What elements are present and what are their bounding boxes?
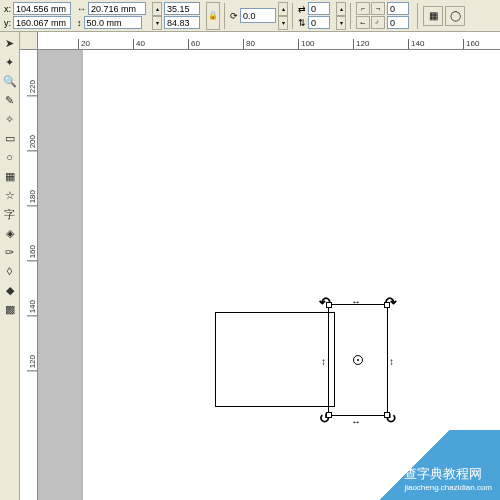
fill-tool-icon[interactable]: ◆ xyxy=(1,281,19,299)
skew-handle-left-icon[interactable]: ↕ xyxy=(321,356,326,367)
ruler-tick: 160 xyxy=(463,39,479,49)
eyedropper-tool-icon[interactable]: ✑ xyxy=(1,243,19,261)
convert-curves-button[interactable]: ◯ xyxy=(445,6,465,26)
ruler-tick: 60 xyxy=(188,39,200,49)
freehand-tool-icon[interactable]: ✎ xyxy=(1,91,19,109)
graph-tool-icon[interactable]: ▦ xyxy=(1,167,19,185)
mirror-h-input[interactable] xyxy=(308,2,330,15)
blend-tool-icon[interactable]: ◈ xyxy=(1,224,19,242)
watermark-url: jiaocheng.chazidian.com xyxy=(404,483,492,492)
corner-value-1[interactable] xyxy=(387,2,409,15)
skew-handle-right-icon[interactable]: ↕ xyxy=(389,356,394,367)
ruler-tick: 200 xyxy=(27,135,37,151)
polygon-tool-icon[interactable]: ☆ xyxy=(1,186,19,204)
ellipse-tool-icon[interactable]: ○ xyxy=(1,148,19,166)
x-position-input[interactable] xyxy=(13,2,71,15)
spin-up-icon[interactable]: ▴ xyxy=(336,2,346,16)
rotation-center-icon[interactable] xyxy=(353,355,363,365)
height-icon: ↕ xyxy=(77,18,82,28)
outline-tool-icon[interactable]: ◊ xyxy=(1,262,19,280)
ruler-tick: 220 xyxy=(27,80,37,96)
scale-x-input[interactable] xyxy=(164,2,200,15)
rectangle-shape-1[interactable] xyxy=(215,312,335,407)
mirror-v-input[interactable] xyxy=(308,16,330,29)
corner-radius-group[interactable]: ⌐ ¬ ⌙ ⌏ xyxy=(356,2,385,29)
text-tool-icon[interactable]: 字 xyxy=(1,205,19,223)
ruler-tick: 100 xyxy=(298,39,314,49)
mirror-spinner[interactable]: ▴ ▾ xyxy=(336,2,346,30)
canvas-area: 20 40 60 80 100 120 140 160 220 200 180 … xyxy=(20,32,500,500)
scale-y-input[interactable] xyxy=(164,16,200,29)
skew-handle-bottom-icon[interactable]: ↔ xyxy=(351,416,361,427)
mesh-tool-icon[interactable]: ▩ xyxy=(1,300,19,318)
corner-tl-icon[interactable]: ⌐ xyxy=(356,2,370,15)
ruler-tick: 140 xyxy=(408,39,424,49)
node-handle[interactable] xyxy=(326,302,332,308)
rotation-spinner[interactable]: ▴ ▾ xyxy=(278,2,288,30)
ruler-tick: 140 xyxy=(27,300,37,316)
spin-up-icon[interactable]: ▴ xyxy=(152,2,162,16)
ruler-tick: 180 xyxy=(27,190,37,206)
rotation-input[interactable] xyxy=(240,8,276,23)
spin-down-icon[interactable]: ▾ xyxy=(278,16,288,30)
y-position-input[interactable] xyxy=(13,16,71,29)
rotation-icon: ⟳ xyxy=(230,11,238,21)
mirror-h-icon: ⇄ xyxy=(298,4,306,14)
shape-tool-icon[interactable]: ✦ xyxy=(1,53,19,71)
width-icon: ↔ xyxy=(77,4,86,14)
wrap-text-button[interactable]: ▦ xyxy=(423,6,443,26)
watermark: 查字典教程网 jiaocheng.chazidian.com xyxy=(330,430,500,500)
rectangle-tool-icon[interactable]: ▭ xyxy=(1,129,19,147)
watermark-text: 查字典教程网 xyxy=(404,465,492,483)
ruler-vertical[interactable]: 220 200 180 160 140 120 xyxy=(20,50,38,500)
node-handle[interactable] xyxy=(384,412,390,418)
x-label: x: xyxy=(4,4,11,14)
size-spinner[interactable]: ▴ ▾ xyxy=(152,2,162,30)
width-input[interactable] xyxy=(88,2,146,15)
ruler-tick: 40 xyxy=(133,39,145,49)
spin-up-icon[interactable]: ▴ xyxy=(278,2,288,16)
skew-handle-top-icon[interactable]: ↔ xyxy=(351,296,361,307)
corner-bl-icon[interactable]: ⌙ xyxy=(356,16,370,29)
corner-tr-icon[interactable]: ¬ xyxy=(371,2,385,15)
zoom-tool-icon[interactable]: 🔍 xyxy=(1,72,19,90)
corner-br-icon[interactable]: ⌏ xyxy=(371,16,385,29)
toolbox: ➤ ✦ 🔍 ✎ ✧ ▭ ○ ▦ ☆ 字 ◈ ✑ ◊ ◆ ▩ xyxy=(0,32,20,500)
ruler-tick: 20 xyxy=(78,39,90,49)
smart-tool-icon[interactable]: ✧ xyxy=(1,110,19,128)
height-input[interactable] xyxy=(84,16,142,29)
lock-ratio-icon[interactable]: 🔒 xyxy=(206,2,220,30)
spin-down-icon[interactable]: ▾ xyxy=(336,16,346,30)
ruler-tick: 120 xyxy=(353,39,369,49)
ruler-tick: 160 xyxy=(27,245,37,261)
ruler-tick: 80 xyxy=(243,39,255,49)
node-handle[interactable] xyxy=(326,412,332,418)
ruler-tick: 120 xyxy=(27,355,37,371)
node-handle[interactable] xyxy=(384,302,390,308)
ruler-horizontal[interactable]: 20 40 60 80 100 120 140 160 xyxy=(38,32,500,50)
y-label: y: xyxy=(4,18,11,28)
property-bar: x: y: ↔ ↕ ▴ ▾ 🔒 ⟳ ▴ ▾ ⇄ ⇅ ▴ xyxy=(0,0,500,32)
pick-tool-icon[interactable]: ➤ xyxy=(1,34,19,52)
ruler-origin[interactable] xyxy=(20,32,38,50)
corner-value-2[interactable] xyxy=(387,16,409,29)
spin-down-icon[interactable]: ▾ xyxy=(152,16,162,30)
mirror-v-icon: ⇅ xyxy=(298,18,306,28)
